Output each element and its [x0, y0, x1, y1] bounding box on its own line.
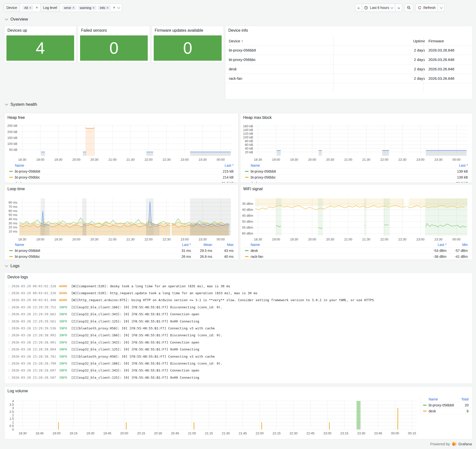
section-overview[interactable]: Overview [5, 17, 28, 22]
chip-remove-icon[interactable]: × [107, 6, 109, 10]
column-header-firmware[interactable]: Firmware [425, 39, 471, 43]
time-range-picker[interactable]: Last 6 hours [362, 4, 395, 12]
legend-col-name[interactable]: Name [251, 243, 425, 247]
legend-series-name[interactable]: bt-proxy-056bbc [15, 175, 212, 179]
legend-series-name[interactable]: bt-proxy-056bb8 [15, 169, 212, 173]
legend-series-name[interactable]: bt-proxy-056bb8 [251, 169, 446, 173]
wifi-signal-chart[interactable]: -35 dBm-40 dBm-45 dBm-50 dBm-55 dBm-60 d… [242, 193, 473, 247]
log-row[interactable]: ⋮2026-03-28 23:28:38.901INFO[I][esp32_bl… [7, 339, 471, 346]
legend-row: bt-proxy-056bb8215 kB [7, 168, 236, 174]
panel-title[interactable]: Devices up [7, 28, 27, 33]
panel-title[interactable]: Heap max block [243, 115, 272, 120]
log-row-menu-icon[interactable]: ⋮ [7, 369, 11, 372]
panel-title[interactable]: Device info [228, 28, 248, 33]
log-row-menu-icon[interactable]: ⋮ [7, 312, 11, 316]
panel-title[interactable]: Heap free [7, 115, 25, 120]
filter-chip-warning[interactable]: warning× [78, 5, 96, 10]
filter-chip-error[interactable]: error× [62, 5, 76, 10]
log-row-menu-icon[interactable]: ⋮ [7, 326, 11, 330]
column-header-uptime[interactable]: Uptime [335, 39, 425, 43]
log-row-menu-icon[interactable]: ⋮ [7, 284, 11, 288]
heap-free-chart[interactable]: 50 kB100 kB150 kB200 kB250 kB18:3019:001… [6, 122, 238, 166]
legend-series-name[interactable]: bt-proxy-056bbc [15, 255, 170, 259]
log-row[interactable]: ⋮2026-03-28 23:28:38.992INFO[I][esp32_bl… [7, 332, 471, 339]
legend-col[interactable]: Last * [212, 163, 234, 167]
refresh-button[interactable]: Refresh [416, 4, 438, 12]
log-level: INFO [59, 362, 71, 365]
legend-col[interactable]: Mean [191, 243, 212, 247]
legend-series-name[interactable]: desk [251, 181, 446, 183]
legend-col[interactable]: Total [456, 397, 469, 401]
log-row[interactable]: ⋮2026-03-28 23:29:39.662INFO[I][esp32_bl… [7, 311, 471, 318]
panel-title[interactable]: WiFi signal [243, 187, 263, 191]
legend-series-name[interactable]: desk [15, 181, 212, 183]
series-color-key [245, 183, 249, 183]
legend-col-name[interactable]: Name [251, 163, 446, 167]
log-row[interactable]: ⋮2026-03-28 23:29:39.561INFO[I][esp32_bl… [7, 318, 471, 325]
svg-text:22:00: 22:00 [380, 158, 388, 161]
log-row[interactable]: ⋮2026-03-29 00:03:02.328WARN[W][componen… [7, 283, 471, 290]
legend-series-name[interactable]: rack-fan [251, 255, 425, 259]
loop-time-chart[interactable]: 10 ms20 ms30 ms40 ms50 ms60 ms70 ms80 ms… [6, 193, 238, 247]
log-row-menu-icon[interactable]: ⋮ [7, 305, 11, 309]
section-logs[interactable]: Logs [5, 264, 20, 268]
log-row[interactable]: ⋮2026-03-28 23:28:38.781INFO[I][bluetoot… [7, 353, 471, 360]
chevron-down-icon[interactable] [117, 6, 120, 9]
legend-col-name[interactable]: Name [429, 397, 456, 401]
chip-remove-icon[interactable]: × [29, 6, 31, 10]
legend-col[interactable]: Last * [446, 163, 468, 167]
panel-heap-max-block: Heap max block 20 kB40 kB60 kB80 kB100 k… [240, 113, 473, 183]
log-row-menu-icon[interactable]: ⋮ [7, 333, 11, 337]
refresh-interval-dropdown[interactable] [438, 4, 445, 12]
column-header-device[interactable]: Device ↑ [227, 39, 335, 43]
legend-series-name[interactable]: bt-proxy-056bbc [251, 175, 446, 179]
log-volume-chart[interactable]: 00.511.522.533.5418:3018:4519:0019:1519:… [6, 396, 423, 439]
log-row[interactable]: ⋮2026-03-28 23:28:28.790INFO[I][esp32_bl… [7, 360, 471, 367]
zoom-out-button[interactable] [404, 3, 413, 12]
log-row-menu-icon[interactable]: ⋮ [7, 355, 11, 358]
panel-title[interactable]: Device logs [7, 275, 28, 279]
log-row-menu-icon[interactable]: ⋮ [7, 347, 11, 351]
legend-col-name[interactable]: Name [15, 243, 170, 247]
panel-title[interactable]: Loop time [7, 187, 25, 191]
filter-chip-info[interactable]: info× [98, 5, 111, 10]
time-shift-forward-button[interactable]: » [395, 4, 402, 12]
legend-series-name[interactable]: bt-proxy-056bb8 [429, 403, 456, 407]
legend-series-name[interactable]: desk [251, 249, 425, 253]
log-row[interactable]: ⋮2026-03-29 00:03:02.326WARN[W][componen… [7, 290, 471, 296]
filter-chip-All[interactable]: All× [22, 5, 33, 10]
log-row[interactable]: ⋮2026-03-28 23:28:28.587INFO[I][esp32_bl… [7, 374, 471, 381]
section-system-health[interactable]: System health [5, 102, 37, 107]
log-row[interactable]: ⋮2026-03-28 23:29:39.752INFO[I][esp32_bl… [7, 304, 471, 311]
log-timestamp: 2026-03-28 23:28:28.790 [11, 362, 56, 365]
uptime-cell: 2 days [335, 48, 425, 52]
svg-text:23:30: 23:30 [357, 431, 365, 435]
legend-col[interactable]: Min [446, 243, 468, 247]
clear-selection-icon[interactable]: × [112, 5, 116, 10]
log-row-menu-icon[interactable]: ⋮ [7, 319, 11, 323]
legend-col[interactable]: Last * [170, 243, 191, 247]
log-row[interactable]: ⋮2026-03-29 00:03:01.498WARN[W][http_req… [7, 297, 471, 304]
clear-selection-icon[interactable]: × [35, 5, 39, 10]
panel-title[interactable]: Failed sensors [81, 28, 107, 33]
legend-series-name[interactable]: bt-proxy-056bb8 [15, 249, 170, 253]
legend-col[interactable]: Last * [425, 243, 446, 247]
log-row-menu-icon[interactable]: ⋮ [7, 298, 11, 302]
log-row-menu-icon[interactable]: ⋮ [7, 341, 11, 344]
log-row[interactable]: ⋮2026-03-28 23:29:39.536INFO[I][bluetoot… [7, 325, 471, 332]
log-row-menu-icon[interactable]: ⋮ [7, 362, 11, 365]
panel-title[interactable]: Log volume [7, 389, 28, 393]
time-shift-back-button[interactable]: « [355, 4, 362, 12]
log-row[interactable]: ⋮2026-03-28 23:28:38.804INFO[I][esp32_bl… [7, 346, 471, 353]
chip-remove-icon[interactable]: × [93, 6, 95, 10]
log-row[interactable]: ⋮2026-03-28 23:28:28.697INFO[I][esp32_bl… [7, 367, 471, 374]
legend-col[interactable]: Max [212, 243, 234, 247]
legend-col-name[interactable]: Name [15, 163, 212, 167]
chip-remove-icon[interactable]: × [73, 6, 75, 10]
refresh-label: Refresh [423, 6, 436, 10]
log-row-menu-icon[interactable]: ⋮ [7, 291, 11, 295]
heap-max-block-chart[interactable]: 20 kB40 kB60 kB80 kB100 kB120 kB140 kB16… [242, 122, 473, 166]
panel-title[interactable]: Firmware updates available [155, 28, 203, 33]
log-row-menu-icon[interactable]: ⋮ [7, 376, 11, 379]
legend-series-name[interactable]: desk [429, 409, 456, 413]
